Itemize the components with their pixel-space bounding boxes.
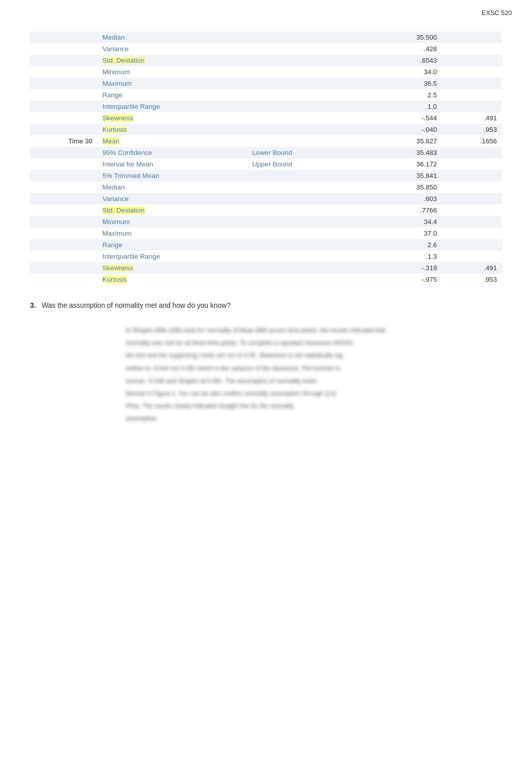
- cell-sub: [247, 181, 367, 193]
- cell-stat: Interquartile Range: [98, 251, 247, 262]
- cell-value: 34.0: [367, 66, 442, 78]
- cell-value: 1.3: [367, 251, 442, 262]
- cell-extra: [442, 216, 502, 228]
- cell-time: [30, 112, 98, 124]
- cell-time: [30, 274, 98, 285]
- cell-time: [30, 262, 98, 274]
- table-row: Skewness-.319.491: [30, 262, 502, 274]
- cell-time: [30, 43, 98, 55]
- cell-extra: [442, 55, 502, 66]
- blurred-answer: In Shapiro-Wilk (SW) tests for normality…: [126, 326, 406, 424]
- table-row: Std. Deviation.7766: [30, 205, 502, 216]
- cell-time: [30, 228, 98, 239]
- table-row: Kurtosis-.040.953: [30, 124, 502, 135]
- cell-extra: [442, 147, 502, 158]
- cell-time: [30, 205, 98, 216]
- cell-stat: Kurtosis: [98, 274, 247, 285]
- cell-sub: Lower Bound: [247, 147, 367, 158]
- cell-time: [30, 89, 98, 101]
- cell-time: [30, 158, 98, 170]
- page-header: EXSC 520: [0, 0, 532, 22]
- cell-value: 36.5: [367, 78, 442, 89]
- table-row: Interquartile Range1.0: [30, 101, 502, 112]
- cell-stat: Variance: [98, 193, 247, 205]
- cell-time: [30, 170, 98, 181]
- cell-value: 35.841: [367, 170, 442, 181]
- cell-sub: [247, 101, 367, 112]
- cell-time: [30, 147, 98, 158]
- cell-stat: Interval for Mean: [98, 158, 247, 170]
- table-row: Interquartile Range1.3: [30, 251, 502, 262]
- table-row: 95% ConfidenceLower Bound35.483: [30, 147, 502, 158]
- table-row: Median35.500: [30, 32, 502, 43]
- question-text: 3. Was the assumption of normality met a…: [30, 300, 502, 311]
- cell-stat: 95% Confidence: [98, 147, 247, 158]
- table-row: Interval for MeanUpper Bound36.172: [30, 158, 502, 170]
- cell-sub: [247, 89, 367, 101]
- cell-time: [30, 55, 98, 66]
- cell-stat: Variance: [98, 43, 247, 55]
- cell-stat: Maximum: [98, 228, 247, 239]
- cell-sub: [247, 274, 367, 285]
- cell-sub: [247, 112, 367, 124]
- cell-sub: Upper Bound: [247, 158, 367, 170]
- cell-extra: .953: [442, 274, 502, 285]
- cell-value: .6543: [367, 55, 442, 66]
- cell-value: .428: [367, 43, 442, 55]
- cell-stat: Minimum: [98, 216, 247, 228]
- cell-value: -.544: [367, 112, 442, 124]
- cell-value: -.040: [367, 124, 442, 135]
- cell-time: [30, 101, 98, 112]
- cell-sub: [247, 193, 367, 205]
- table-row: Kurtosis-.975.953: [30, 274, 502, 285]
- cell-sub: [247, 205, 367, 216]
- cell-value: 35.500: [367, 32, 442, 43]
- cell-extra: .491: [442, 112, 502, 124]
- cell-value: 35.483: [367, 147, 442, 158]
- cell-value: 35.827: [367, 135, 442, 147]
- cell-stat: 5% Trimmed Mean: [98, 170, 247, 181]
- cell-extra: [442, 181, 502, 193]
- cell-value: .603: [367, 193, 442, 205]
- cell-time: [30, 78, 98, 89]
- cell-sub: [247, 124, 367, 135]
- cell-value: 1.0: [367, 101, 442, 112]
- cell-value: 35.850: [367, 181, 442, 193]
- cell-extra: [442, 89, 502, 101]
- cell-extra: [442, 43, 502, 55]
- cell-time: Time 30: [30, 135, 98, 147]
- cell-extra: [442, 170, 502, 181]
- cell-sub: [247, 66, 367, 78]
- question-number: 3.: [30, 301, 36, 309]
- cell-time: [30, 66, 98, 78]
- cell-value: 2.6: [367, 239, 442, 251]
- cell-sub: [247, 262, 367, 274]
- table-row: Range2.5: [30, 89, 502, 101]
- cell-sub: [247, 239, 367, 251]
- cell-value: 37.0: [367, 228, 442, 239]
- table-row: Time 30Mean35.827.1656: [30, 135, 502, 147]
- table-row: Skewness-.544.491: [30, 112, 502, 124]
- cell-stat: Skewness: [98, 262, 247, 274]
- table-row: Variance.428: [30, 43, 502, 55]
- cell-sub: [247, 216, 367, 228]
- cell-time: [30, 181, 98, 193]
- cell-sub: [247, 228, 367, 239]
- cell-extra: [442, 66, 502, 78]
- table-row: Minimum34.0: [30, 66, 502, 78]
- cell-time: [30, 239, 98, 251]
- cell-extra: .953: [442, 124, 502, 135]
- cell-sub: [247, 251, 367, 262]
- cell-extra: [442, 228, 502, 239]
- stats-table: Median35.500Variance.428Std. Deviation.6…: [30, 32, 502, 285]
- cell-time: [30, 124, 98, 135]
- cell-extra: [442, 32, 502, 43]
- cell-stat: Median: [98, 181, 247, 193]
- cell-stat: Std. Deviation: [98, 205, 247, 216]
- cell-sub: [247, 43, 367, 55]
- cell-stat: Kurtosis: [98, 124, 247, 135]
- cell-sub: [247, 170, 367, 181]
- cell-time: [30, 251, 98, 262]
- cell-sub: [247, 32, 367, 43]
- table-row: Maximum36.5: [30, 78, 502, 89]
